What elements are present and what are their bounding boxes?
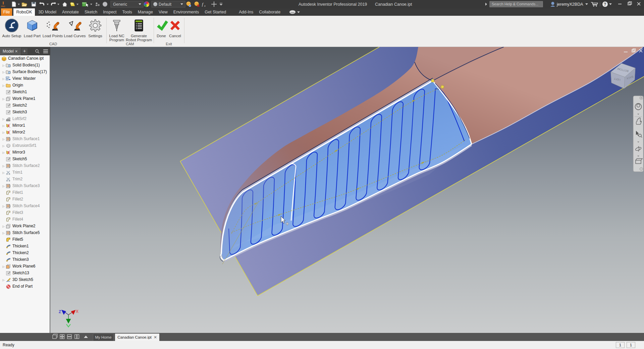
svg-text:Search Help & Commands...: Search Help & Commands... xyxy=(492,2,538,6)
svg-text:I: I xyxy=(2,0,4,5)
svg-text:X: X xyxy=(76,309,78,314)
svg-text:Canadian Canoe.ipt: Canadian Canoe.ipt xyxy=(375,2,412,7)
svg-text:Default: Default xyxy=(159,2,172,7)
svg-text:Autodesk Inventor Professional: Autodesk Inventor Professional 2019 xyxy=(299,2,367,7)
svg-text:Z: Z xyxy=(59,309,61,314)
svg-text:jeremyX2BDA: jeremyX2BDA xyxy=(556,2,583,7)
svg-text:x: x xyxy=(204,4,206,7)
svg-text:Generic: Generic xyxy=(113,2,127,7)
svg-text:f: f xyxy=(202,2,204,7)
svg-text:?: ? xyxy=(604,2,606,7)
svg-text:PRO: PRO xyxy=(1,5,5,7)
